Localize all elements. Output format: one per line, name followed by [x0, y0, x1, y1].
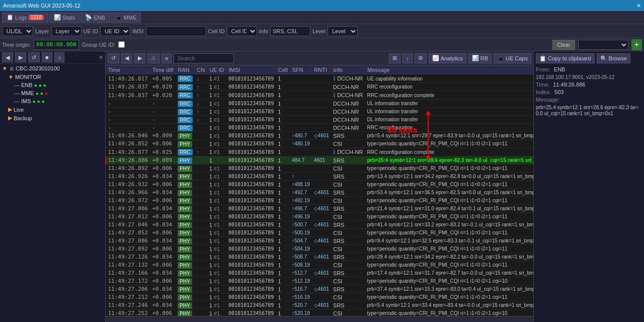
col-rnti[interactable]: RNTI	[312, 66, 331, 74]
table-row[interactable]: 11:49:27.166 +0.034 PHY 1 #1 00101012345…	[106, 269, 534, 277]
table-row[interactable]: 11:49:27.252 +0.006 PHY 1 #1 00101012345…	[106, 309, 534, 316]
next-btn[interactable]: ▶	[134, 53, 145, 63]
table-row[interactable]: 11:49:26.972 +0.006 PHY 1 #1 00101012345…	[106, 197, 534, 205]
table-row[interactable]: 11:49:26.932 +0.006 PHY 1 #1 00101012345…	[106, 181, 534, 189]
table-row[interactable]: 11:49:26.852 +0.006 PHY 1 #1 00101012345…	[106, 140, 534, 148]
col-time[interactable]: Time	[106, 66, 150, 74]
table-row[interactable]: 11:49:27.206 +0.034 PHY 1 #1 00101012345…	[106, 285, 534, 293]
tree-live[interactable]: ▶ Live	[0, 105, 105, 114]
close-panel-icon[interactable]: ✕	[99, 54, 103, 61]
cell-diff: +0.034	[150, 173, 176, 181]
tree-ims[interactable]: — IMS ● ● ●	[0, 97, 105, 105]
level-select[interactable]: Level	[328, 26, 358, 36]
tree-enb[interactable]: — ENB ● ● ●	[0, 81, 105, 89]
group-ue-checkbox[interactable]	[118, 41, 125, 48]
imsi-input[interactable]	[146, 26, 206, 36]
col-info[interactable]: Info	[331, 66, 365, 74]
copy-clipboard-btn[interactable]: 📋 Copy to clipboard	[536, 53, 595, 63]
close-btn[interactable]: ✕	[636, 3, 641, 9]
tab-stats[interactable]: 📊 Stats	[49, 13, 79, 23]
table-row[interactable]: 11:49:26.837 +0.020 RRC ↑ 1 #1 001010123…	[106, 83, 534, 91]
nav-fwd-btn[interactable]: ▶	[15, 52, 26, 62]
table-row[interactable]: - - RRC ↓ 1 #1 001010123456789 1 DCCH-NR…	[106, 116, 534, 124]
display-select[interactable]	[578, 40, 628, 50]
home-btn[interactable]: ⌂	[54, 52, 65, 62]
col-ran[interactable]: RAN	[176, 66, 195, 74]
cell-ran: PHY	[176, 165, 195, 173]
table-row[interactable]: 11:49:26.877 +0.025 RRC ↑ 1 #1 001010123…	[106, 148, 534, 156]
nav-back-btn[interactable]: ◀	[2, 52, 13, 62]
table-row[interactable]: 11:49:26.892 +0.006 PHY 1 #1 00101012345…	[106, 165, 534, 173]
warn-btn[interactable]: ⚠	[147, 53, 159, 63]
search-input[interactable]	[174, 53, 234, 63]
stop-btn[interactable]: ■	[42, 52, 52, 62]
table-row[interactable]: 11:49:26.846 +0.009 PHY 1 #1 00101012345…	[106, 132, 534, 140]
tree-backup[interactable]: ▶ Backup	[0, 114, 105, 122]
col-cell[interactable]: Cell	[276, 66, 290, 74]
table-row[interactable]: 11:49:26.817 +0.005 RRC ↓ 1 #1 001010123…	[106, 74, 534, 83]
table-row[interactable]: 11:49:26.966 +0.034 PHY 1 #1 00101012345…	[106, 189, 534, 197]
tab-logs[interactable]: 📋 Logs 1518	[2, 13, 48, 23]
msg-row: Message:	[536, 97, 642, 103]
ue-caps-btn[interactable]: 📱 UE Caps	[494, 53, 531, 63]
mme-icon: 📱	[115, 14, 122, 21]
tree-monitor[interactable]: ▼ MONITOR	[0, 73, 105, 81]
cell-ueid: 1 #1	[207, 108, 226, 116]
table-row[interactable]: 11:49:27.172 +0.006 PHY 1 #1 00101012345…	[106, 277, 534, 285]
tree-root-item[interactable]: ▼ 🖥 CBC-2023010100	[0, 64, 105, 73]
table-row[interactable]: - - RRC ↓ 1 #1 001010123456789 1 DCCH-NR…	[106, 100, 534, 108]
time-origin-input[interactable]	[34, 40, 79, 50]
cell-cell: 1	[276, 83, 290, 91]
grid-btn[interactable]: ⊞	[389, 53, 400, 63]
table-row[interactable]: 11:49:27.246 +0.034 PHY 1 #1 00101012345…	[106, 301, 534, 309]
info-input[interactable]	[270, 26, 310, 36]
table-row[interactable]: - - RRC ↑ 1 #1 001010123456789 1 DCCH-NR…	[106, 108, 534, 116]
table-row[interactable]: 11:49:27.086 +0.034 PHY 1 #1 00101012345…	[106, 237, 534, 245]
col-sfn[interactable]: SFN	[290, 66, 312, 74]
cell-info: CSI	[331, 309, 365, 316]
cell-time: 11:49:26.852	[106, 140, 150, 148]
cell-imsi: 001010123456789	[226, 91, 276, 100]
table-row[interactable]: - - RRC 1 #1 001010123456789 1 DCCH-NR R…	[106, 124, 534, 132]
cell-time: 11:49:27.126	[106, 253, 150, 261]
mode-select[interactable]: UL/DLULDL	[2, 26, 33, 36]
clear-button[interactable]: Clear	[552, 40, 575, 50]
table-row[interactable]: 11:49:27.052 +0.006 PHY 1 #1 00101012345…	[106, 229, 534, 237]
browse-btn[interactable]: 🔍 Browse	[597, 53, 631, 63]
table-row[interactable]: 11:49:27.006 +0.034 PHY 1 #1 00101012345…	[106, 205, 534, 213]
col-cn[interactable]: CN	[195, 66, 207, 74]
reload-btn[interactable]: ↺	[28, 52, 40, 62]
settings-btn[interactable]: ⚙	[415, 53, 427, 63]
horizontal-scrollbar[interactable]	[106, 316, 533, 322]
refresh-btn[interactable]: ↺	[108, 53, 119, 63]
table-row[interactable]: 11:49:26.926 +0.034 PHY 1 #1 00101012345…	[106, 173, 534, 181]
cell-message: type=periodic quantity=CRI_RI_PMI_CQI ri…	[365, 277, 533, 285]
col-message[interactable]: Message	[365, 66, 533, 74]
export-btn[interactable]: ↑	[403, 53, 413, 63]
add-button[interactable]: +	[631, 39, 642, 50]
group-ue-label: Group UE ID:	[82, 42, 115, 48]
table-row[interactable]: 11:49:27.092 +0.006 PHY 1 #1 00101012345…	[106, 245, 534, 253]
table-row[interactable]: 11:49:26.837 +0.020 RRC ↑ 1 #1 001010123…	[106, 91, 534, 100]
tree-mme[interactable]: — MME ● ● ●	[0, 89, 105, 97]
cell-cell: 1	[276, 221, 290, 229]
table-row[interactable]: 11:49:27.126 +0.034 PHY 1 #1 00101012345…	[106, 253, 534, 261]
cell-imsi: 001010123456789	[226, 301, 276, 309]
table-row[interactable]: 11:49:27.012 +0.006 PHY 1 #1 00101012345…	[106, 213, 534, 221]
col-imsi[interactable]: IMSI	[226, 66, 276, 74]
table-row[interactable]: 11:49:27.212 +0.006 PHY 1 #1 00101012345…	[106, 293, 534, 301]
rb-btn[interactable]: 📊 RB	[468, 53, 492, 63]
table-row[interactable]: 11:49:26.886 +0.009 PHY 1 00101012345678…	[106, 156, 534, 165]
table-row[interactable]: 11:49:27.046 +0.034 PHY 1 #1 00101012345…	[106, 221, 534, 229]
tab-mme[interactable]: 📱 MME	[111, 13, 141, 23]
col-timediff[interactable]: Time diff	[150, 66, 176, 74]
filter-btn[interactable]: ≡	[162, 53, 172, 63]
table-row[interactable]: 11:49:27.132 +0.006 PHY 1 #1 00101012345…	[106, 261, 534, 269]
cellid-select[interactable]: Cell ID	[227, 26, 257, 36]
tab-enb[interactable]: 📡 ENB	[80, 13, 110, 23]
col-ueid[interactable]: UE ID	[207, 66, 226, 74]
ueid-select[interactable]: UE ID	[100, 26, 130, 36]
analytics-btn[interactable]: 📈 Analytics	[429, 53, 466, 63]
prev-btn[interactable]: ◀	[121, 53, 132, 63]
layer-select[interactable]: Layer	[51, 26, 82, 36]
